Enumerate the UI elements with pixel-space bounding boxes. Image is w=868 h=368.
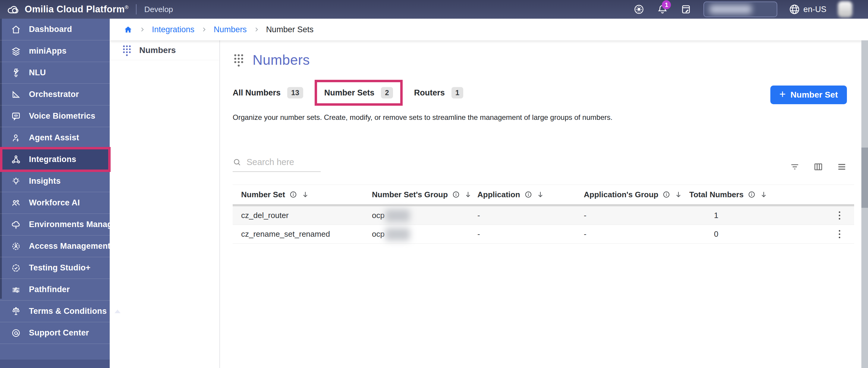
row-actions-kebab-icon[interactable] bbox=[839, 211, 854, 220]
chevron-right-icon bbox=[253, 27, 259, 33]
column-header-number-set[interactable]: Number Set bbox=[233, 190, 372, 199]
sidebar-item-insights[interactable]: Insights bbox=[0, 170, 110, 192]
support-at-icon bbox=[11, 328, 21, 338]
sidebar-item-agent-assist[interactable]: Agent Assist bbox=[0, 127, 110, 149]
cell-application: - bbox=[477, 230, 584, 239]
user-avatar[interactable] bbox=[838, 1, 852, 18]
tab-number-sets[interactable]: Number Sets 2 bbox=[324, 87, 393, 98]
tab-count-badge: 1 bbox=[452, 87, 463, 98]
column-header-application-group[interactable]: Application's Group bbox=[584, 190, 689, 199]
tab-all-numbers[interactable]: All Numbers 13 bbox=[233, 87, 303, 98]
sort-arrow-icon[interactable] bbox=[464, 191, 472, 198]
integrations-molecule-icon bbox=[11, 155, 21, 165]
topbar-divider bbox=[136, 4, 136, 14]
cell-number-set: cz_del_router bbox=[233, 211, 372, 220]
sidebar-item-integrations[interactable]: Integrations bbox=[0, 149, 110, 170]
chevron-right-icon bbox=[201, 27, 207, 33]
people-icon bbox=[11, 198, 21, 208]
sidebar-item-support-center[interactable]: Support Center bbox=[0, 322, 110, 344]
redacted-tenant-text bbox=[710, 5, 752, 14]
info-icon[interactable] bbox=[662, 191, 670, 198]
dots-grid-icon bbox=[122, 44, 132, 56]
chevron-right-icon bbox=[139, 27, 145, 33]
sidebar-item-pathfinder[interactable]: Pathfinder bbox=[0, 279, 110, 301]
cell-application: - bbox=[477, 211, 584, 220]
row-actions-kebab-icon[interactable] bbox=[839, 230, 854, 238]
layers-icon bbox=[11, 46, 21, 56]
language-label: en-US bbox=[803, 5, 827, 14]
cell-number-set: cz_rename_set_renamed bbox=[233, 230, 372, 239]
collapse-caret-icon bbox=[115, 309, 121, 313]
breadcrumb-home-icon[interactable] bbox=[124, 25, 133, 34]
info-icon[interactable] bbox=[289, 191, 297, 198]
sidebar-item-miniapps[interactable]: miniApps bbox=[0, 40, 110, 62]
table-row[interactable]: cz_del_router ocp - - 1 bbox=[233, 206, 854, 225]
info-icon[interactable] bbox=[452, 191, 460, 198]
notification-count-badge: 1 bbox=[662, 0, 671, 9]
breadcrumb: Integrations Numbers Number Sets bbox=[110, 19, 868, 40]
cell-application-group: - bbox=[584, 211, 689, 220]
breadcrumb-link-numbers[interactable]: Numbers bbox=[214, 25, 247, 34]
breadcrumb-current: Number Sets bbox=[266, 25, 314, 34]
breadcrumb-link-integrations[interactable]: Integrations bbox=[152, 25, 194, 34]
top-bar: Omilia Cloud Platform® Develop 1 bbox=[0, 0, 868, 19]
sun-icon[interactable] bbox=[633, 3, 645, 15]
sidebar-item-terms-conditions[interactable]: Terms & Conditions bbox=[0, 301, 110, 322]
search-input[interactable] bbox=[247, 157, 316, 167]
agent-icon bbox=[11, 133, 21, 143]
sidebar-item-voice-biometrics[interactable]: Voice Biometrics bbox=[0, 105, 110, 127]
sidebar-item-dashboard[interactable]: Dashboard bbox=[0, 19, 110, 40]
brand-title: Omilia Cloud Platform® bbox=[25, 4, 129, 15]
info-icon[interactable] bbox=[748, 191, 755, 198]
header-separator bbox=[233, 204, 854, 206]
filter-icon[interactable] bbox=[789, 162, 800, 172]
cell-application-group: - bbox=[584, 230, 689, 239]
gear-person-icon bbox=[11, 241, 21, 252]
globe-icon bbox=[789, 4, 800, 15]
add-number-set-button[interactable]: + Number Set bbox=[770, 86, 847, 104]
sidebar-item-access-management[interactable]: Access Management bbox=[0, 235, 110, 257]
plus-icon: + bbox=[779, 89, 786, 100]
column-header-application[interactable]: Application bbox=[477, 190, 584, 199]
sidebar-item-environments-manager[interactable]: Environments Manager bbox=[0, 214, 110, 235]
language-selector[interactable]: en-US bbox=[789, 4, 827, 15]
sort-arrow-icon[interactable] bbox=[760, 191, 768, 198]
sidebar-item-nlu[interactable]: NLU bbox=[0, 62, 110, 84]
brand[interactable]: Omilia Cloud Platform® bbox=[0, 4, 129, 15]
tenant-selector[interactable] bbox=[704, 1, 777, 17]
cell-group: ocp bbox=[372, 209, 477, 222]
redacted-text bbox=[385, 209, 410, 222]
notifications-bell-icon[interactable]: 1 bbox=[656, 3, 669, 15]
home-icon bbox=[11, 24, 21, 35]
scrollbar-thumb[interactable] bbox=[861, 147, 868, 208]
main-content: Numbers All Numbers 13 Number Sets 2 Rou… bbox=[220, 40, 861, 368]
table-row[interactable]: cz_rename_set_renamed ocp - - 0 bbox=[233, 225, 854, 244]
tab-count-badge: 13 bbox=[287, 87, 303, 98]
columns-icon[interactable] bbox=[813, 162, 824, 172]
sidebar-item-orchestrator[interactable]: Orchestrator bbox=[0, 84, 110, 105]
scales-icon bbox=[11, 306, 21, 316]
circuit-icon bbox=[11, 285, 21, 295]
column-header-total-numbers[interactable]: Total Numbers bbox=[689, 190, 809, 199]
column-header-number-set-group[interactable]: Number Set's Group bbox=[372, 190, 477, 199]
app-window: Omilia Cloud Platform® Develop 1 bbox=[0, 0, 868, 368]
sort-arrow-icon[interactable] bbox=[675, 191, 682, 198]
search-box[interactable] bbox=[233, 157, 321, 172]
search-icon bbox=[233, 158, 242, 167]
cloud-settings-icon bbox=[11, 220, 21, 230]
release-notes-icon[interactable] bbox=[680, 3, 692, 15]
redacted-text bbox=[385, 228, 410, 241]
tab-routers[interactable]: Routers 1 bbox=[414, 87, 463, 98]
page-title: Numbers bbox=[253, 52, 310, 68]
cell-group: ocp bbox=[372, 228, 477, 241]
subsidebar-item-numbers[interactable]: Numbers bbox=[110, 40, 219, 60]
table-header-row: Number Set Number Set's Group Applicatio… bbox=[233, 185, 854, 204]
sidebar-item-workforce-ai[interactable]: Workforce AI bbox=[0, 192, 110, 214]
list-view-icon[interactable] bbox=[837, 162, 847, 172]
sort-arrow-icon[interactable] bbox=[301, 191, 309, 198]
dots-grid-icon bbox=[233, 53, 245, 67]
info-icon[interactable] bbox=[524, 191, 532, 198]
sort-arrow-icon[interactable] bbox=[536, 191, 544, 198]
sidebar-item-testing-studio[interactable]: Testing Studio+ bbox=[0, 257, 110, 279]
vertical-scrollbar[interactable] bbox=[861, 40, 868, 368]
